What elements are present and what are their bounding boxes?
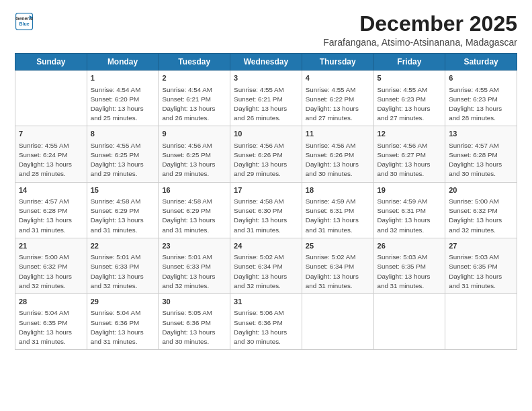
day-info: Sunrise: 4:55 AM Sunset: 6:23 PM Dayligh… [378,85,442,124]
day-cell: 6Sunrise: 4:55 AM Sunset: 6:23 PM Daylig… [445,71,517,126]
day-cell: 29Sunrise: 5:04 AM Sunset: 6:36 PM Dayli… [87,294,159,350]
day-number: 11 [306,129,370,139]
day-info: Sunrise: 5:04 AM Sunset: 6:36 PM Dayligh… [91,308,155,347]
week-row-5: 28Sunrise: 5:04 AM Sunset: 6:35 PM Dayli… [15,294,517,350]
header-cell-wednesday: Wednesday [230,54,302,71]
day-info: Sunrise: 4:54 AM Sunset: 6:21 PM Dayligh… [162,85,226,124]
day-info: Sunrise: 4:55 AM Sunset: 6:22 PM Dayligh… [306,85,370,124]
day-number: 29 [91,297,155,307]
day-info: Sunrise: 5:03 AM Sunset: 6:35 PM Dayligh… [449,253,513,291]
day-cell [15,71,87,126]
day-number: 23 [162,241,226,251]
day-cell: 24Sunrise: 5:02 AM Sunset: 6:34 PM Dayli… [230,238,302,293]
day-cell: 22Sunrise: 5:01 AM Sunset: 6:33 PM Dayli… [87,238,159,293]
week-row-4: 21Sunrise: 5:00 AM Sunset: 6:32 PM Dayli… [15,238,517,293]
header-cell-monday: Monday [87,54,159,71]
day-number: 21 [19,241,83,251]
header-cell-tuesday: Tuesday [159,54,230,71]
day-info: Sunrise: 5:03 AM Sunset: 6:35 PM Dayligh… [378,253,442,291]
day-info: Sunrise: 5:02 AM Sunset: 6:34 PM Dayligh… [306,253,370,291]
day-number: 27 [449,241,513,251]
day-number: 13 [449,129,513,139]
title-block: December 2025 Farafangana, Atsimo-Atsina… [323,12,517,48]
day-info: Sunrise: 4:58 AM Sunset: 6:29 PM Dayligh… [162,197,226,235]
day-info: Sunrise: 5:01 AM Sunset: 6:33 PM Dayligh… [162,253,226,291]
day-info: Sunrise: 4:55 AM Sunset: 6:24 PM Dayligh… [19,141,83,179]
day-cell: 27Sunrise: 5:03 AM Sunset: 6:35 PM Dayli… [445,238,517,293]
day-cell: 13Sunrise: 4:57 AM Sunset: 6:28 PM Dayli… [445,126,517,182]
day-number: 2 [162,73,226,83]
day-info: Sunrise: 4:57 AM Sunset: 6:28 PM Dayligh… [19,197,83,235]
day-cell [373,294,445,350]
day-cell: 7Sunrise: 4:55 AM Sunset: 6:24 PM Daylig… [15,126,87,182]
day-info: Sunrise: 5:00 AM Sunset: 6:32 PM Dayligh… [449,197,513,235]
day-number: 16 [162,185,226,195]
day-number: 17 [234,185,298,195]
day-info: Sunrise: 4:56 AM Sunset: 6:26 PM Dayligh… [306,141,370,179]
header-cell-thursday: Thursday [302,54,373,71]
day-number: 26 [378,241,442,251]
day-cell: 16Sunrise: 4:58 AM Sunset: 6:29 PM Dayli… [159,182,230,238]
day-info: Sunrise: 4:59 AM Sunset: 6:31 PM Dayligh… [378,197,442,235]
day-cell: 26Sunrise: 5:03 AM Sunset: 6:35 PM Dayli… [373,238,445,293]
day-cell: 14Sunrise: 4:57 AM Sunset: 6:28 PM Dayli… [15,182,87,238]
day-cell: 20Sunrise: 5:00 AM Sunset: 6:32 PM Dayli… [445,182,517,238]
day-cell: 12Sunrise: 4:56 AM Sunset: 6:27 PM Dayli… [373,126,445,182]
day-number: 22 [91,241,155,251]
day-info: Sunrise: 5:04 AM Sunset: 6:35 PM Dayligh… [19,308,83,347]
day-number: 25 [306,241,370,251]
calendar-table: SundayMondayTuesdayWednesdayThursdayFrid… [15,53,517,350]
day-cell: 8Sunrise: 4:55 AM Sunset: 6:25 PM Daylig… [87,126,159,182]
day-info: Sunrise: 4:56 AM Sunset: 6:26 PM Dayligh… [234,141,298,179]
day-cell: 10Sunrise: 4:56 AM Sunset: 6:26 PM Dayli… [230,126,302,182]
header-cell-saturday: Saturday [445,54,517,71]
day-cell: 4Sunrise: 4:55 AM Sunset: 6:22 PM Daylig… [302,71,373,126]
header: General Blue December 2025 Farafangana, … [15,12,517,48]
subtitle: Farafangana, Atsimo-Atsinanana, Madagasc… [323,37,517,48]
day-info: Sunrise: 4:54 AM Sunset: 6:20 PM Dayligh… [91,85,155,124]
day-number: 3 [234,73,298,83]
day-number: 30 [162,297,226,307]
page-container: General Blue December 2025 Farafangana, … [0,0,532,358]
day-cell: 19Sunrise: 4:59 AM Sunset: 6:31 PM Dayli… [373,182,445,238]
day-cell: 3Sunrise: 4:55 AM Sunset: 6:21 PM Daylig… [230,71,302,126]
day-cell: 2Sunrise: 4:54 AM Sunset: 6:21 PM Daylig… [159,71,230,126]
day-info: Sunrise: 4:56 AM Sunset: 6:25 PM Dayligh… [162,141,226,179]
day-number: 1 [91,73,155,83]
day-cell: 28Sunrise: 5:04 AM Sunset: 6:35 PM Dayli… [15,294,87,350]
logo: General Blue [15,12,34,31]
day-info: Sunrise: 5:02 AM Sunset: 6:34 PM Dayligh… [234,253,298,291]
day-cell: 30Sunrise: 5:05 AM Sunset: 6:36 PM Dayli… [159,294,230,350]
day-cell: 25Sunrise: 5:02 AM Sunset: 6:34 PM Dayli… [302,238,373,293]
day-cell: 15Sunrise: 4:58 AM Sunset: 6:29 PM Dayli… [87,182,159,238]
day-cell: 11Sunrise: 4:56 AM Sunset: 6:26 PM Dayli… [302,126,373,182]
main-title: December 2025 [323,12,517,36]
day-number: 15 [91,185,155,195]
day-number: 10 [234,129,298,139]
day-info: Sunrise: 4:58 AM Sunset: 6:29 PM Dayligh… [91,197,155,235]
day-number: 12 [378,129,442,139]
day-info: Sunrise: 4:57 AM Sunset: 6:28 PM Dayligh… [449,141,513,179]
header-cell-sunday: Sunday [15,54,87,71]
day-info: Sunrise: 4:55 AM Sunset: 6:23 PM Dayligh… [449,85,513,124]
day-cell: 18Sunrise: 4:59 AM Sunset: 6:31 PM Dayli… [302,182,373,238]
day-cell: 1Sunrise: 4:54 AM Sunset: 6:20 PM Daylig… [87,71,159,126]
day-cell [445,294,517,350]
week-row-3: 14Sunrise: 4:57 AM Sunset: 6:28 PM Dayli… [15,182,517,238]
day-info: Sunrise: 4:58 AM Sunset: 6:30 PM Dayligh… [234,197,298,235]
day-cell: 9Sunrise: 4:56 AM Sunset: 6:25 PM Daylig… [159,126,230,182]
header-cell-friday: Friday [373,54,445,71]
day-number: 5 [378,73,442,83]
day-info: Sunrise: 5:01 AM Sunset: 6:33 PM Dayligh… [91,253,155,291]
day-info: Sunrise: 4:56 AM Sunset: 6:27 PM Dayligh… [378,141,442,179]
day-number: 24 [234,241,298,251]
day-info: Sunrise: 5:05 AM Sunset: 6:36 PM Dayligh… [162,308,226,347]
day-number: 18 [306,185,370,195]
day-cell: 23Sunrise: 5:01 AM Sunset: 6:33 PM Dayli… [159,238,230,293]
svg-text:Blue: Blue [19,21,29,26]
header-row: SundayMondayTuesdayWednesdayThursdayFrid… [15,54,517,71]
day-info: Sunrise: 4:55 AM Sunset: 6:21 PM Dayligh… [234,85,298,124]
day-number: 14 [19,185,83,195]
week-row-1: 1Sunrise: 4:54 AM Sunset: 6:20 PM Daylig… [15,71,517,126]
day-cell: 17Sunrise: 4:58 AM Sunset: 6:30 PM Dayli… [230,182,302,238]
